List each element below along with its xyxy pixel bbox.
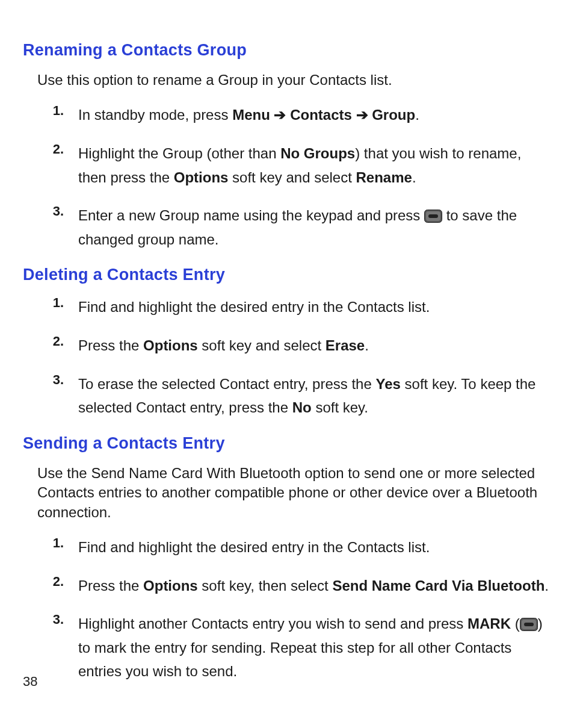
- step-item: 3.To erase the selected Contact entry, p…: [47, 372, 551, 420]
- text-run: Yes: [375, 376, 400, 392]
- step-body: Find and highlight the desired entry in …: [78, 295, 551, 319]
- step-body: Highlight the Group (other than No Group…: [78, 142, 551, 189]
- step-number: 2.: [47, 334, 78, 349]
- svg-rect-5: [524, 623, 534, 626]
- section-heading: Deleting a Contacts Entry: [23, 266, 551, 284]
- step-item: 3.Highlight another Contacts entry you w…: [47, 612, 551, 683]
- step-body: Press the Options soft key and select Er…: [78, 334, 551, 358]
- step-list: 1.Find and highlight the desired entry i…: [47, 295, 551, 419]
- step-item: 1.In standby mode, press Menu ➔ Contacts…: [47, 103, 551, 127]
- text-run: ➔: [274, 107, 286, 123]
- step-number: 3.: [47, 372, 78, 388]
- step-item: 1.Find and highlight the desired entry i…: [47, 295, 551, 319]
- svg-rect-2: [428, 214, 438, 218]
- page-number: 38: [23, 674, 37, 689]
- step-item: 2.Highlight the Group (other than No Gro…: [47, 142, 551, 189]
- step-number: 3.: [47, 612, 78, 627]
- text-run: .: [365, 337, 369, 353]
- step-body: Find and highlight the desired entry in …: [78, 535, 551, 559]
- text-run: Highlight another Contacts entry you wis…: [78, 615, 468, 632]
- step-number: 1.: [47, 103, 78, 119]
- text-run: Menu: [232, 107, 270, 123]
- section-heading: Renaming a Contacts Group: [23, 41, 551, 60]
- text-run: Enter a new Group name using the keypad …: [78, 207, 424, 223]
- step-body: In standby mode, press Menu ➔ Contacts ➔…: [78, 103, 551, 127]
- text-run: soft key and select: [198, 337, 326, 353]
- text-run: Options: [143, 577, 198, 594]
- step-item: 2.Press the Options soft key, then selec…: [47, 574, 551, 598]
- step-body: To erase the selected Contact entry, pre…: [78, 372, 551, 420]
- step-number: 3.: [47, 204, 78, 219]
- step-item: 1.Find and highlight the desired entry i…: [47, 535, 551, 559]
- text-run: [352, 107, 356, 123]
- section-heading: Sending a Contacts Entry: [23, 434, 551, 453]
- text-run: No: [292, 399, 312, 415]
- text-run: Contacts: [290, 107, 352, 123]
- text-run: soft key and select: [228, 169, 356, 185]
- step-number: 1.: [47, 535, 78, 551]
- step-list: 1.Find and highlight the desired entry i…: [47, 535, 551, 683]
- text-run: Press the: [78, 577, 143, 594]
- text-run: .: [415, 107, 419, 123]
- text-run: Press the: [78, 337, 143, 353]
- step-body: Highlight another Contacts entry you wis…: [78, 612, 551, 683]
- text-run: ➔: [356, 107, 368, 123]
- section-intro: Use the Send Name Card With Bluetooth op…: [37, 464, 551, 522]
- ok-key-icon: [520, 614, 538, 627]
- text-run: Highlight the Group (other than: [78, 145, 280, 161]
- text-run: Options: [143, 337, 198, 353]
- text-run: In standby mode, press: [78, 107, 232, 123]
- text-run: Find and highlight the desired entry in …: [78, 299, 430, 315]
- step-number: 2.: [47, 142, 78, 157]
- text-run: Send Name Card Via Bluetooth: [332, 577, 545, 594]
- text-run: (: [511, 615, 520, 632]
- step-item: 3.Enter a new Group name using the keypa…: [47, 204, 551, 251]
- text-run: soft key, then select: [198, 577, 333, 594]
- step-item: 2.Press the Options soft key and select …: [47, 334, 551, 358]
- text-run: Group: [372, 107, 415, 123]
- text-run: .: [412, 169, 416, 185]
- step-body: Enter a new Group name using the keypad …: [78, 204, 551, 251]
- text-run: MARK: [468, 615, 511, 632]
- step-body: Press the Options soft key, then select …: [78, 574, 551, 598]
- text-run: Find and highlight the desired entry in …: [78, 539, 430, 555]
- step-list: 1.In standby mode, press Menu ➔ Contacts…: [47, 103, 551, 251]
- text-run: Rename: [356, 169, 412, 185]
- section-intro: Use this option to rename a Group in you…: [37, 70, 551, 90]
- text-run: Options: [174, 169, 229, 185]
- text-run: .: [545, 577, 549, 594]
- text-run: soft key.: [312, 399, 368, 415]
- text-run: To erase the selected Contact entry, pre…: [78, 376, 375, 392]
- step-number: 2.: [47, 574, 78, 590]
- ok-key-icon: [424, 206, 442, 219]
- step-number: 1.: [47, 295, 78, 311]
- text-run: No Groups: [280, 145, 355, 161]
- text-run: Erase: [326, 337, 365, 353]
